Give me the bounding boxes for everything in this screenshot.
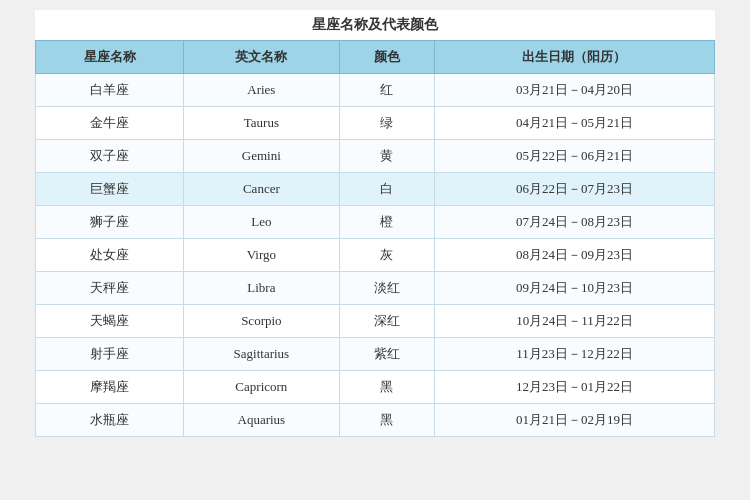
cell-en: Aries — [184, 74, 339, 107]
cell-cn: 天蝎座 — [36, 305, 184, 338]
cell-cn: 水瓶座 — [36, 404, 184, 437]
main-container: 星座名称及代表颜色 星座名称 英文名称 颜色 出生日期（阳历） 白羊座Aries… — [35, 10, 715, 437]
cell-color: 淡红 — [339, 272, 434, 305]
col-header-date: 出生日期（阳历） — [434, 41, 714, 74]
cell-en: Taurus — [184, 107, 339, 140]
cell-color: 黑 — [339, 371, 434, 404]
cell-color: 紫红 — [339, 338, 434, 371]
table-row: 金牛座Taurus绿04月21日－05月21日 — [36, 107, 715, 140]
cell-date: 09月24日－10月23日 — [434, 272, 714, 305]
table-row: 白羊座Aries红03月21日－04月20日 — [36, 74, 715, 107]
cell-cn: 摩羯座 — [36, 371, 184, 404]
cell-color: 黑 — [339, 404, 434, 437]
cell-cn: 天秤座 — [36, 272, 184, 305]
table-row: 天蝎座Scorpio深红10月24日－11月22日 — [36, 305, 715, 338]
table-row: 狮子座Leo橙07月24日－08月23日 — [36, 206, 715, 239]
table-row: 水瓶座Aquarius黑01月21日－02月19日 — [36, 404, 715, 437]
cell-color: 灰 — [339, 239, 434, 272]
cell-en: Virgo — [184, 239, 339, 272]
cell-cn: 射手座 — [36, 338, 184, 371]
cell-en: Leo — [184, 206, 339, 239]
cell-en: Sagittarius — [184, 338, 339, 371]
cell-cn: 处女座 — [36, 239, 184, 272]
table-row: 巨蟹座Cancer白06月22日－07月23日 — [36, 173, 715, 206]
table-header-row: 星座名称 英文名称 颜色 出生日期（阳历） — [36, 41, 715, 74]
cell-color: 白 — [339, 173, 434, 206]
cell-date: 10月24日－11月22日 — [434, 305, 714, 338]
cell-cn: 金牛座 — [36, 107, 184, 140]
cell-date: 05月22日－06月21日 — [434, 140, 714, 173]
table-row: 处女座Virgo灰08月24日－09月23日 — [36, 239, 715, 272]
cell-date: 11月23日－12月22日 — [434, 338, 714, 371]
cell-date: 07月24日－08月23日 — [434, 206, 714, 239]
cell-cn: 双子座 — [36, 140, 184, 173]
cell-color: 绿 — [339, 107, 434, 140]
cell-cn: 狮子座 — [36, 206, 184, 239]
cell-en: Cancer — [184, 173, 339, 206]
cell-color: 黄 — [339, 140, 434, 173]
table-row: 摩羯座Capricorn黑12月23日－01月22日 — [36, 371, 715, 404]
cell-color: 深红 — [339, 305, 434, 338]
cell-date: 06月22日－07月23日 — [434, 173, 714, 206]
cell-date: 03月21日－04月20日 — [434, 74, 714, 107]
cell-cn: 巨蟹座 — [36, 173, 184, 206]
table-row: 射手座Sagittarius紫红11月23日－12月22日 — [36, 338, 715, 371]
cell-en: Aquarius — [184, 404, 339, 437]
page-title: 星座名称及代表颜色 — [35, 10, 715, 40]
cell-date: 08月24日－09月23日 — [434, 239, 714, 272]
cell-en: Capricorn — [184, 371, 339, 404]
col-header-en: 英文名称 — [184, 41, 339, 74]
cell-en: Libra — [184, 272, 339, 305]
cell-en: Gemini — [184, 140, 339, 173]
table-row: 双子座Gemini黄05月22日－06月21日 — [36, 140, 715, 173]
cell-date: 04月21日－05月21日 — [434, 107, 714, 140]
col-header-color: 颜色 — [339, 41, 434, 74]
cell-color: 橙 — [339, 206, 434, 239]
table-row: 天秤座Libra淡红09月24日－10月23日 — [36, 272, 715, 305]
col-header-cn: 星座名称 — [36, 41, 184, 74]
cell-date: 12月23日－01月22日 — [434, 371, 714, 404]
cell-en: Scorpio — [184, 305, 339, 338]
cell-cn: 白羊座 — [36, 74, 184, 107]
cell-color: 红 — [339, 74, 434, 107]
cell-date: 01月21日－02月19日 — [434, 404, 714, 437]
zodiac-table: 星座名称 英文名称 颜色 出生日期（阳历） 白羊座Aries红03月21日－04… — [35, 40, 715, 437]
